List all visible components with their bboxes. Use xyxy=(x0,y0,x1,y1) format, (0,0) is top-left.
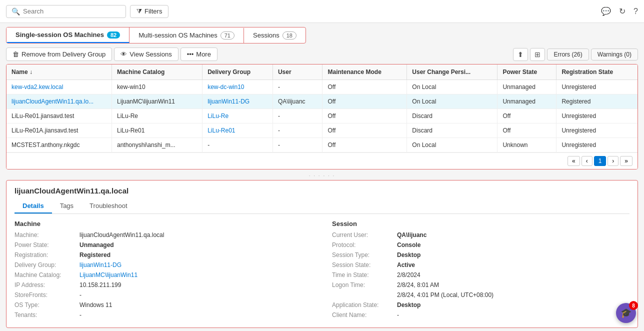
share-icon-button[interactable]: ⬆ xyxy=(513,48,528,61)
detail-field-value[interactable]: lijuanWin11-DG xyxy=(80,262,122,268)
detail-field-value: Windows 11 xyxy=(80,302,112,308)
page-last-button[interactable]: » xyxy=(620,156,632,166)
detail-field-row: Machine Catalog:LijuanMC\lijuanWin11 xyxy=(14,272,312,278)
search-input[interactable] xyxy=(23,8,118,15)
cell-machine-catalog: anthonyshi\anshi_m... xyxy=(112,138,202,152)
help-badge[interactable]: 🎓 8 xyxy=(616,303,636,323)
detail-field-label: OS Type: xyxy=(14,302,80,308)
errors-button[interactable]: Errors (26) xyxy=(547,48,588,60)
detail-field-label: Logon Time: xyxy=(332,282,397,288)
detail-field-label: Protocol: xyxy=(332,242,397,248)
table-row[interactable]: kew-vda2.kew.localkew-win10kew-dc-win10-… xyxy=(6,80,638,94)
detail-field-value[interactable]: LijuanMC\lijuanWin11 xyxy=(80,272,138,278)
top-bar: 🔍 ⧩ Filters 💬 ↻ ? xyxy=(0,0,644,23)
cell-powerstate: Off xyxy=(498,124,556,138)
view-sessions-button[interactable]: 👁 View Sessions xyxy=(114,48,178,61)
delivery-group-link[interactable]: kew-dc-win10 xyxy=(208,84,244,90)
cell-maintenancemode: Off xyxy=(322,109,407,124)
view-sessions-label: View Sessions xyxy=(130,50,172,58)
col-power-state[interactable]: Power State xyxy=(498,64,556,80)
delivery-group-link[interactable]: LiLu-Re xyxy=(208,112,228,120)
warnings-label: Warnings (0) xyxy=(598,51,632,58)
detail-field-value: Desktop xyxy=(397,302,420,308)
cell-powerstate: Unknown xyxy=(498,138,556,152)
tab-sessions[interactable]: Sessions 18 xyxy=(244,28,306,43)
table-row[interactable]: LiLu-Re01.jiansavd.testLiLu-ReLiLu-Re-Of… xyxy=(6,109,638,124)
detail-field-row: OS Type:Windows 11 xyxy=(14,302,312,308)
resize-handle[interactable]: · · · · · · xyxy=(6,172,638,180)
tab-single-session-label: Single-session OS Machines xyxy=(16,31,104,38)
cell-name: kew-vda2.kew.local xyxy=(6,80,112,94)
col-user[interactable]: User xyxy=(272,64,322,80)
eye-icon: 👁 xyxy=(120,50,127,58)
page-current-button[interactable]: 1 xyxy=(594,156,606,166)
cell-machine-catalog: kew-win10 xyxy=(112,80,202,94)
trash-icon: 🗑 xyxy=(12,50,19,58)
cell-maintenancemode: Off xyxy=(322,124,407,138)
detail-field-value: QA\lijuanc xyxy=(397,232,426,238)
delivery-group-link[interactable]: LiLu-Re01 xyxy=(208,127,235,134)
delivery-group-link[interactable]: lijuanWin11-DG xyxy=(208,98,250,105)
cell-name: MCSTEST.anthony.nkgdc xyxy=(6,138,112,152)
cell-registrationstate: Unregistered xyxy=(556,124,638,138)
detail-field-row: Client Name:- xyxy=(332,312,630,318)
session-fields: Current User:QA\lijuancProtocol:ConsoleS… xyxy=(332,232,630,318)
detail-tabs: Details Tags Troubleshoot xyxy=(14,199,630,214)
col-user-change[interactable]: User Change Persi... xyxy=(407,64,498,80)
detail-field-label: Tenants: xyxy=(14,312,80,318)
more-icon: ••• xyxy=(187,50,194,58)
chat-icon[interactable]: 💬 xyxy=(601,6,611,16)
detail-field-row: Application State:Desktop xyxy=(332,302,630,308)
detail-field-row: Logon Time:2/8/24, 8:01 AM xyxy=(332,282,630,288)
col-machine-catalog[interactable]: Machine Catalog xyxy=(112,64,202,80)
detail-field-label xyxy=(332,292,397,298)
remove-button[interactable]: 🗑 Remove from Delivery Group xyxy=(6,48,112,61)
tab-single-session[interactable]: Single-session OS Machines 82 xyxy=(6,28,130,43)
detail-field-label: Session Type: xyxy=(332,252,397,258)
refresh-icon[interactable]: ↻ xyxy=(619,6,626,16)
filter-button[interactable]: ⧩ Filters xyxy=(130,5,168,18)
detail-field-label: StoreFronts: xyxy=(14,292,80,298)
tab-multi-session[interactable]: Multi-session OS Machines 71 xyxy=(130,28,244,43)
cell-user: - xyxy=(272,138,322,152)
detail-field-value: - xyxy=(80,312,82,318)
detail-field-row: Current User:QA\lijuanc xyxy=(332,232,630,238)
pagination: « ‹ 1 › » xyxy=(6,152,638,169)
col-registration-state[interactable]: Registration State xyxy=(556,64,638,80)
cell-registrationstate: Unregistered xyxy=(556,80,638,94)
detail-field-value: lijuanCloudAgentWin11.qa.local xyxy=(80,232,164,238)
table-row[interactable]: lijuanCloudAgentWin11.qa.lo...LijuanMC\l… xyxy=(6,94,638,109)
cell-machine-catalog: LijuanMC\lijuanWin11 xyxy=(112,94,202,109)
cell-delivery-group: kew-dc-win10 xyxy=(202,80,273,94)
session-section-title: Session xyxy=(332,220,630,228)
table-row[interactable]: MCSTEST.anthony.nkgdcanthonyshi\anshi_m.… xyxy=(6,138,638,152)
detail-tab-tags[interactable]: Tags xyxy=(52,199,82,214)
help-icon[interactable]: ? xyxy=(634,7,638,16)
search-box[interactable]: 🔍 xyxy=(6,5,126,18)
more-button[interactable]: ••• More xyxy=(180,48,218,61)
page-next-button[interactable]: › xyxy=(608,156,618,166)
col-maintenance-mode[interactable]: Maintenance Mode xyxy=(322,64,407,80)
page-first-button[interactable]: « xyxy=(568,156,580,166)
cell-delivery-group: LiLu-Re xyxy=(202,109,273,124)
detail-tab-details[interactable]: Details xyxy=(14,199,52,214)
col-name[interactable]: Name ↓ xyxy=(6,64,112,80)
page-prev-button[interactable]: ‹ xyxy=(582,156,592,166)
detail-tab-troubleshoot[interactable]: Troubleshoot xyxy=(82,199,135,214)
detail-field-label: Client Name: xyxy=(332,312,397,318)
detail-field-row: Session Type:Desktop xyxy=(332,252,630,258)
col-delivery-group[interactable]: Delivery Group xyxy=(202,64,273,80)
action-bar-right: ⬆ ⊞ Errors (26) Warnings (0) xyxy=(513,48,638,61)
cell-registrationstate: Registered xyxy=(556,94,638,109)
cell-delivery-group: LiLu-Re01 xyxy=(202,124,273,138)
warnings-button[interactable]: Warnings (0) xyxy=(591,48,638,60)
table-row[interactable]: LiLu-Re01A.jiansavd.testLiLu-Re01LiLu-Re… xyxy=(6,124,638,138)
machine-name-link[interactable]: kew-vda2.kew.local xyxy=(12,84,63,90)
tab-multi-session-label: Multi-session OS Machines xyxy=(138,32,218,39)
detail-field-value: 2/8/24, 8:01 AM xyxy=(397,282,439,288)
cell-user: - xyxy=(272,109,322,124)
machine-name-link[interactable]: lijuanCloudAgentWin11.qa.lo... xyxy=(12,98,94,105)
columns-icon-button[interactable]: ⊞ xyxy=(530,48,545,61)
more-label: More xyxy=(196,50,211,58)
detail-field-row: Machine:lijuanCloudAgentWin11.qa.local xyxy=(14,232,312,238)
